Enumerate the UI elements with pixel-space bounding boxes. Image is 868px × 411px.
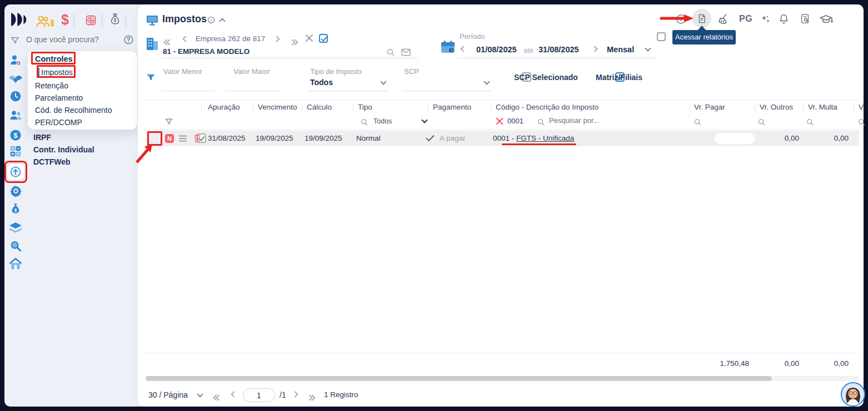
vr-multa-search-icon[interactable] — [806, 118, 814, 126]
company-name[interactable]: 81 - EMPRESA MODELO — [163, 47, 250, 56]
total-vr-outros: 0,00 — [777, 359, 799, 368]
file-search-icon[interactable] — [800, 13, 810, 24]
menu-item-cod-recolhimento[interactable]: Cód. de Recolhimento — [35, 106, 112, 115]
codigo-filter-value[interactable]: 0001 — [507, 117, 523, 125]
envelope-icon[interactable] — [401, 48, 411, 56]
menu-item-parcelamento[interactable]: Parcelamento — [35, 93, 83, 102]
main-panel — [138, 4, 864, 407]
help-icon[interactable] — [123, 34, 134, 45]
gear-icon[interactable] — [9, 185, 22, 197]
col-header-vr-multa[interactable]: Vr. Multa — [808, 103, 837, 111]
col-header-pagamento[interactable]: Pagamento — [433, 103, 471, 111]
vr-pagar-search-icon[interactable] — [694, 118, 702, 126]
cut-search-icon[interactable] — [857, 118, 866, 126]
row-trash-icon[interactable] — [193, 133, 202, 143]
pg-icon[interactable]: PG — [739, 14, 752, 24]
col-header-tipo[interactable]: Tipo — [358, 103, 372, 111]
company-counter: Empresa 262 de 817 — [196, 34, 265, 43]
filter-funnel-icon[interactable] — [146, 72, 156, 83]
graduation-cap-icon[interactable] — [819, 14, 833, 25]
first-company-icon[interactable] — [164, 37, 172, 47]
codigo-search-input[interactable] — [549, 116, 621, 125]
col-header-apuracao[interactable]: Apuração — [208, 103, 240, 111]
menu-item-per-dcomp[interactable]: PER/DCOMP — [35, 118, 82, 127]
tipo-filter-value[interactable]: Todos — [373, 117, 392, 125]
calculator-blue-icon[interactable] — [9, 145, 22, 157]
valor-menor-input[interactable] — [162, 78, 213, 86]
people-group-icon[interactable] — [9, 110, 22, 122]
last-page-icon[interactable] — [307, 392, 315, 402]
calculator-icon[interactable] — [85, 14, 97, 26]
handshake-icon[interactable] — [8, 73, 23, 85]
report-document-icon[interactable] — [697, 13, 707, 24]
clock-icon[interactable] — [9, 90, 22, 102]
people-icon[interactable] — [35, 13, 51, 29]
home-icon[interactable] — [9, 258, 22, 270]
chat-avatar[interactable] — [840, 382, 866, 407]
reports-tooltip: Acessar relatórios — [672, 30, 736, 44]
col-header-calculo[interactable]: Cálculo — [307, 103, 332, 111]
broom-icon[interactable] — [718, 13, 730, 24]
page-input[interactable] — [243, 388, 275, 402]
period-checkbox[interactable] — [657, 32, 666, 41]
menu-item-irpf[interactable]: IRPF — [33, 133, 51, 142]
col-header-vr-outros[interactable]: Vr. Outros — [760, 103, 793, 111]
codigo-clear-icon[interactable] — [496, 118, 503, 125]
page-size-select[interactable]: 30 / Página — [148, 390, 188, 399]
app-logo[interactable] — [10, 12, 29, 27]
person-gear-icon[interactable] — [9, 53, 22, 67]
col-header-vencimento[interactable]: Vencimento — [258, 103, 297, 111]
tipo-filter-search-icon — [360, 118, 368, 126]
global-search-input[interactable] — [26, 35, 119, 44]
tipo-imposto-select[interactable]: Todos — [310, 78, 333, 87]
period-start-date[interactable]: 01/08/2025 — [476, 45, 517, 54]
row-vr-multa: 0,00 — [826, 134, 849, 142]
bell-icon[interactable] — [779, 13, 789, 25]
col-divider — [755, 102, 755, 112]
valor-maior-underline — [225, 91, 281, 91]
info-icon[interactable] — [207, 16, 215, 24]
money-bag-blue-icon[interactable]: $ — [9, 202, 22, 216]
divider — [101, 14, 103, 28]
row-pagamento-check-icon[interactable] — [426, 135, 435, 142]
col-header-vr-pagar[interactable]: Vr. Pagar — [694, 103, 725, 111]
building-icon — [146, 37, 158, 51]
company-search-icon[interactable] — [386, 48, 395, 57]
menu-item-dctfweb[interactable]: DCTFWeb — [33, 157, 71, 166]
period-end-date[interactable]: 31/08/2025 — [538, 45, 579, 54]
grid-filter-icon[interactable] — [164, 117, 173, 126]
tipo-imposto-label: Tipo de Imposto — [310, 67, 362, 76]
col-header-cut[interactable]: V — [859, 103, 864, 111]
first-page-icon[interactable] — [214, 392, 221, 402]
annotation-box-impostos — [37, 65, 76, 78]
sparkles-icon[interactable] — [760, 14, 771, 25]
app-window: $ $ $ Controles Impostos Retenção Parcel… — [0, 0, 868, 411]
tipo-imposto-underline — [308, 91, 387, 91]
h-scrollbar-thumb[interactable] — [146, 376, 772, 381]
header-bottom-border — [146, 130, 859, 130]
annotation-arrow-reports — [660, 14, 694, 22]
layers-icon[interactable] — [8, 222, 23, 234]
money-bag-icon[interactable] — [109, 13, 121, 27]
menu-item-retencao[interactable]: Retenção — [35, 81, 68, 90]
menu-item-contr-individual[interactable]: Contr. Individual — [33, 145, 94, 154]
row-menu-icon[interactable] — [179, 135, 187, 142]
search-nav-icon[interactable] — [9, 240, 22, 252]
last-company-icon[interactable] — [290, 37, 297, 47]
user-avatar-chip[interactable] — [840, 8, 863, 27]
valor-maior-input[interactable] — [227, 78, 278, 86]
dollar-icon[interactable]: $ — [61, 12, 69, 28]
annotation-box-module-icon — [4, 161, 27, 183]
clear-company-icon[interactable] — [306, 34, 313, 42]
col-header-codigo[interactable]: Código - Descrição do Imposto — [496, 103, 598, 111]
record-count: 1 Registro — [324, 390, 358, 399]
totals-top-border — [146, 353, 859, 353]
filter-icon[interactable] — [10, 36, 20, 45]
svg-text:$: $ — [14, 208, 17, 213]
company-underline — [161, 58, 418, 58]
company-checkbox[interactable] — [319, 34, 328, 43]
dollar-circle-icon[interactable]: $ — [9, 129, 22, 141]
scp-label: SCP — [404, 67, 419, 76]
vr-outros-search-icon[interactable] — [757, 118, 766, 126]
period-mode[interactable]: Mensal — [607, 45, 634, 54]
